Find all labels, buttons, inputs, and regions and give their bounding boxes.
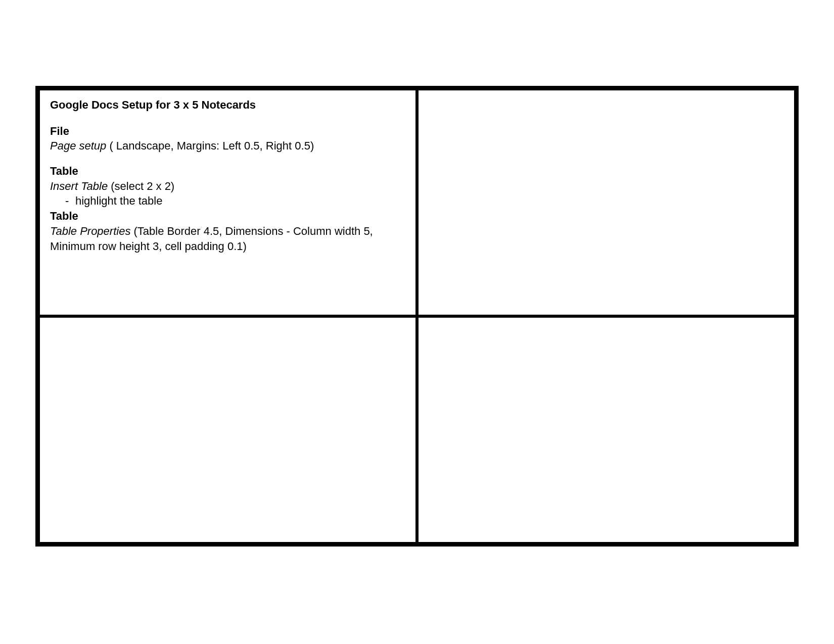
notecard-cell-3 xyxy=(38,316,417,543)
notecard-grid: Google Docs Setup for 3 x 5 Notecards Fi… xyxy=(35,86,799,547)
section-file-heading: File xyxy=(50,124,405,139)
insert-table-line: Insert Table (select 2 x 2) xyxy=(50,179,405,194)
table-properties-line: Table Properties (Table Border 4.5, Dime… xyxy=(50,224,405,254)
highlight-bullet: highlight the table xyxy=(50,193,405,209)
spacer xyxy=(50,154,405,164)
insert-table-label: Insert Table xyxy=(50,180,108,192)
section-file-line: Page setup ( Landscape, Margins: Left 0.… xyxy=(50,138,405,154)
page-setup-details: ( Landscape, Margins: Left 0.5, Right 0.… xyxy=(106,139,314,152)
notecard-cell-1: Google Docs Setup for 3 x 5 Notecards Fi… xyxy=(38,89,417,316)
notecard-cell-2 xyxy=(417,89,796,316)
table-properties-label: Table Properties xyxy=(50,225,130,237)
section-table-heading-1: Table xyxy=(50,164,405,179)
card-title: Google Docs Setup for 3 x 5 Notecards xyxy=(50,97,405,113)
insert-table-details: (select 2 x 2) xyxy=(108,180,174,192)
notecard-cell-4 xyxy=(417,316,796,543)
document-page: Google Docs Setup for 3 x 5 Notecards Fi… xyxy=(0,0,834,644)
page-setup-label: Page setup xyxy=(50,139,106,152)
section-table-heading-2: Table xyxy=(50,209,405,224)
